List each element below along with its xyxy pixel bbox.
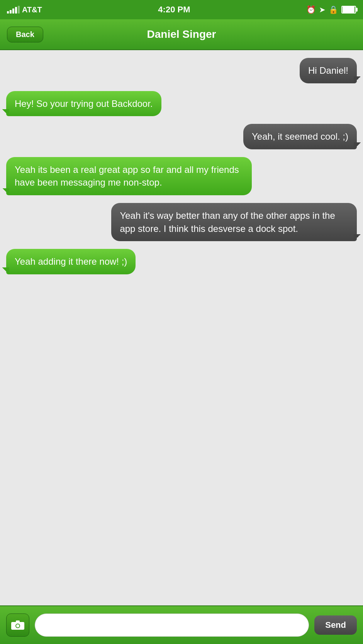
message-input[interactable] <box>35 614 309 637</box>
message-row: Hi Daniel! <box>6 58 357 83</box>
messages-area: Hi Daniel!Hey! So your trying out Backdo… <box>0 50 363 605</box>
message-row: Yeah it's way better than any of the oth… <box>6 203 357 241</box>
clock-icon: ⏰ <box>306 5 316 14</box>
time-label: 4:20 PM <box>158 5 190 15</box>
message-row: Yeah, it seemed cool. ;) <box>6 124 357 149</box>
battery-icon <box>341 6 356 14</box>
message-bubble: Yeah it's way better than any of the oth… <box>111 203 357 241</box>
status-right: ⏰ ➤ 🔒 <box>306 5 356 14</box>
signal-bars <box>7 6 20 14</box>
nav-bar: Back Daniel Singer <box>0 19 363 50</box>
status-bar: AT&T 4:20 PM ⏰ ➤ 🔒 <box>0 0 363 19</box>
message-bubble: Yeah adding it there now! ;) <box>6 249 136 274</box>
status-left: AT&T <box>7 5 42 14</box>
nav-title: Daniel Singer <box>147 28 216 41</box>
carrier-label: AT&T <box>22 5 42 14</box>
camera-icon <box>11 620 24 630</box>
input-bar: Send <box>0 605 363 644</box>
svg-rect-3 <box>16 620 20 622</box>
message-row: Yeah its been a real great app so far an… <box>6 157 357 195</box>
message-row: Yeah adding it there now! ;) <box>6 249 357 274</box>
message-bubble: Yeah its been a real great app so far an… <box>6 157 252 195</box>
location-icon: ➤ <box>319 5 326 14</box>
message-bubble: Yeah, it seemed cool. ;) <box>243 124 357 149</box>
message-bubble: Hey! So your trying out Backdoor. <box>6 91 161 117</box>
message-bubble: Hi Daniel! <box>300 58 357 83</box>
back-button[interactable]: Back <box>7 27 43 42</box>
lock-icon: 🔒 <box>329 5 338 14</box>
send-button[interactable]: Send <box>314 615 357 635</box>
svg-point-2 <box>16 624 19 627</box>
camera-button[interactable] <box>6 614 29 637</box>
message-row: Hey! So your trying out Backdoor. <box>6 91 357 117</box>
